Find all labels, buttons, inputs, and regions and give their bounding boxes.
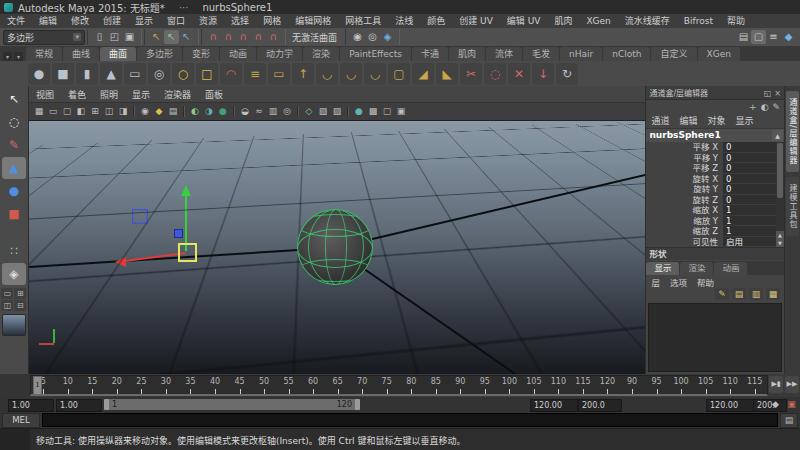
universal-manipulator-icon[interactable]: ∷ — [2, 240, 26, 262]
current-time-marker[interactable]: 1 — [33, 376, 42, 395]
bookmark-icon[interactable]: ◆ — [152, 105, 166, 118]
viewport-3d-view[interactable] — [29, 121, 645, 374]
safe-title-icon[interactable]: ◨ — [116, 105, 130, 118]
shapes-section-label[interactable]: 形状 — [646, 247, 784, 260]
channel-value[interactable]: 0 — [723, 184, 776, 195]
menu-item[interactable]: 编辑 UV — [500, 14, 548, 28]
channel-value[interactable]: 1 — [723, 205, 776, 216]
nurbs-cube-icon[interactable]: ■ — [52, 63, 74, 85]
xray-icon[interactable]: ▧ — [316, 105, 330, 118]
shelf-tab-多边形[interactable]: 多边形 — [137, 47, 182, 61]
birail-2-icon[interactable]: ◡ — [340, 63, 362, 85]
shadows-icon[interactable]: ● — [216, 105, 230, 118]
rotate-tool[interactable]: ● — [2, 180, 26, 202]
timeline-tick[interactable]: 95 — [644, 376, 669, 394]
channel-box-menu-item[interactable]: 显示 — [730, 114, 758, 127]
channel-value[interactable]: 启用 — [723, 237, 776, 248]
scroll-up-icon[interactable]: ▲ — [776, 231, 784, 239]
move-tool[interactable]: ▲ — [2, 157, 26, 179]
modeling-toolkit-icon[interactable]: ◆ — [781, 30, 796, 44]
timeline-tick[interactable]: 115 — [742, 376, 767, 394]
resolution-gate-icon[interactable]: ▢ — [60, 105, 74, 118]
shelf-tab-流体[interactable]: 流体 — [486, 47, 522, 61]
snap-projected-center-icon[interactable]: ∩ — [251, 30, 266, 44]
textured-mode-icon[interactable]: ▩ — [366, 105, 380, 118]
save-scene-icon[interactable]: ▣ — [122, 30, 137, 44]
snap-point-icon[interactable]: ∩ — [236, 30, 251, 44]
camera-attributes-icon[interactable]: ◉ — [138, 105, 152, 118]
menu-item[interactable]: 资源 — [192, 14, 224, 28]
polygon-cube-object[interactable] — [132, 209, 148, 224]
animation-preferences-icon[interactable]: ▣ — [785, 398, 798, 410]
edit-layer-icon[interactable]: ✎ — [715, 288, 729, 300]
menu-item[interactable]: 颜色 — [420, 14, 452, 28]
sidebar-tool-settings-icon[interactable]: ▢ — [751, 30, 766, 44]
step-forward-button[interactable]: ▶▮ — [769, 376, 783, 393]
viewport-menu-item[interactable]: 着色 — [61, 88, 93, 101]
menu-item[interactable]: 编辑 — [32, 14, 64, 28]
isolate-select-icon[interactable]: ◇ — [302, 105, 316, 118]
channel-row[interactable]: 可见性启用 — [646, 237, 776, 248]
timeline-tick[interactable]: 35 — [178, 376, 203, 394]
loft-icon[interactable]: ≡ — [244, 63, 266, 85]
depth-of-field-icon[interactable]: ◎ — [280, 105, 294, 118]
menu-item[interactable]: 修改 — [64, 14, 96, 28]
scrollbar-thumb[interactable] — [777, 143, 783, 198]
shelf-tab-动力学[interactable]: 动力学 — [257, 47, 302, 61]
range-start-handle[interactable] — [104, 399, 109, 410]
timeline-tick[interactable]: 15 — [80, 376, 105, 394]
timeline-tick[interactable]: 90 — [620, 376, 645, 394]
timeline-tick[interactable]: 95 — [473, 376, 498, 394]
channel-row[interactable]: 旋转 Z0 — [646, 195, 776, 206]
multisample-icon[interactable]: ▥ — [266, 105, 280, 118]
menu-item[interactable]: XGen — [579, 14, 617, 28]
shelf-tab-毛发[interactable]: 毛发 — [523, 47, 559, 61]
timeline-tick[interactable]: 25 — [129, 376, 154, 394]
menu-item[interactable]: 网格 — [256, 14, 288, 28]
menu-item[interactable]: 法线 — [388, 14, 420, 28]
new-layer-from-selected-icon[interactable]: ▦ — [766, 288, 780, 300]
timeline-ruler[interactable]: 5101520253035404550556065707580859095100… — [30, 375, 768, 396]
layer-editor-menu-item[interactable]: 帮助 — [692, 276, 719, 288]
float-panel-icon[interactable]: ◱ — [764, 89, 772, 98]
channel-row[interactable]: 平移 Y0 — [646, 153, 776, 164]
menu-item[interactable]: 选择 — [224, 14, 256, 28]
channel-row[interactable]: 缩放 X1 — [646, 205, 776, 216]
select-tool[interactable]: ↖ — [2, 88, 26, 110]
timeline-tick[interactable]: 120 — [595, 376, 620, 394]
empty-layer-icon[interactable]: ▤ — [732, 288, 746, 300]
grid-toggle-icon[interactable]: ▦ — [32, 105, 46, 118]
timeline-tick[interactable]: 105 — [522, 376, 547, 394]
nurbs-cylinder-icon[interactable]: ▮ — [76, 63, 98, 85]
menu-item[interactable]: 流水线缓存 — [618, 14, 677, 28]
nurbs-plane-icon[interactable]: ▭ — [124, 63, 146, 85]
layer-tab-渲染[interactable]: 渲染 — [680, 262, 713, 275]
shelf-tab-常规[interactable]: 常规 — [26, 47, 62, 61]
menu-item[interactable]: 网格工具 — [338, 14, 388, 28]
range-end-handle[interactable] — [355, 399, 360, 410]
shelf-tab-曲面[interactable]: 曲面 — [100, 47, 136, 61]
paint-select-tool[interactable]: ✎ — [2, 134, 26, 156]
menu-item[interactable]: 编辑网格 — [288, 14, 338, 28]
timeline-tick[interactable]: 100 — [669, 376, 694, 394]
shelf-tab-卡通[interactable]: 卡通 — [412, 47, 448, 61]
scale-tool[interactable]: ■ — [2, 203, 26, 225]
persp-view-thumbnail-button[interactable] — [2, 314, 26, 336]
snap-grid-icon[interactable]: ∩ — [206, 30, 221, 44]
timeline-tick[interactable]: 90 — [448, 376, 473, 394]
layer-editor-menu-item[interactable]: 层 — [646, 276, 665, 288]
revolve-icon[interactable]: ◠ — [220, 63, 242, 85]
scroll-up-icon[interactable]: ▲ — [772, 130, 783, 141]
timeline-tick[interactable]: 110 — [546, 376, 571, 394]
select-object-icon[interactable]: ↖ — [164, 30, 179, 44]
image-plane-icon[interactable]: ▤ — [166, 105, 180, 118]
menu-item[interactable]: 肌肉 — [547, 14, 579, 28]
move-manipulator-center-handle[interactable] — [178, 243, 197, 262]
render-settings-icon[interactable]: ◈ — [380, 30, 395, 44]
project-curve-icon[interactable]: ↓ — [532, 63, 554, 85]
timeline-tick[interactable]: 10 — [56, 376, 81, 394]
nurbs-circle-icon[interactable]: ○ — [172, 63, 194, 85]
new-scene-icon[interactable]: ▯ — [92, 30, 107, 44]
shelf-tab-nCloth[interactable]: nCloth — [603, 47, 650, 61]
channel-row[interactable]: 缩放 Z1 — [646, 226, 776, 237]
